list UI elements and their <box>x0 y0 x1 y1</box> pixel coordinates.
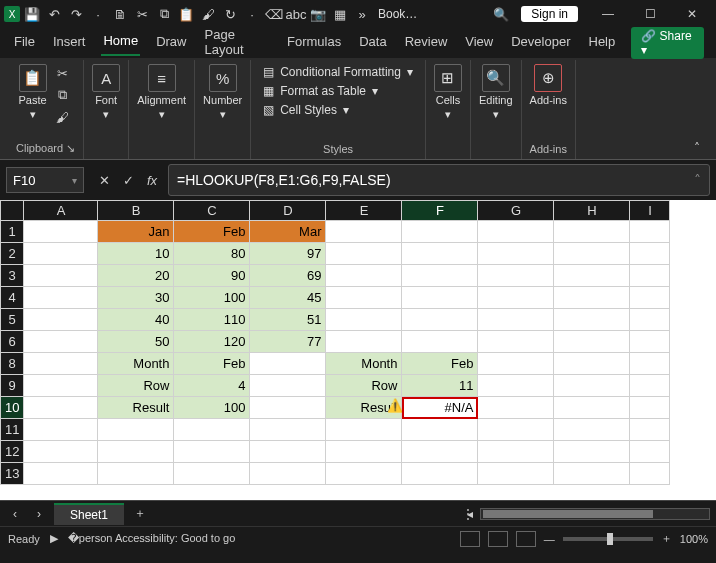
cell[interactable]: 110 <box>174 309 250 331</box>
new-file-icon[interactable]: 🗎 <box>110 4 130 24</box>
cell[interactable] <box>174 419 250 441</box>
cell[interactable]: 80 <box>174 243 250 265</box>
addins-button[interactable]: ⊕ Add-ins <box>530 64 567 106</box>
cell[interactable] <box>478 287 554 309</box>
cell[interactable] <box>250 397 326 419</box>
cell[interactable] <box>630 243 670 265</box>
copy-mini-icon[interactable]: ⧉ <box>53 86 73 104</box>
cell[interactable] <box>630 287 670 309</box>
zoom-slider-knob[interactable] <box>607 533 613 545</box>
save-icon[interactable]: 💾 <box>22 4 42 24</box>
cell[interactable] <box>98 419 174 441</box>
next-sheet-icon[interactable]: › <box>30 507 48 521</box>
cell[interactable] <box>554 265 630 287</box>
zoom-level[interactable]: 100% <box>680 533 708 545</box>
copy-icon[interactable]: ⧉ <box>154 4 174 24</box>
col-header-b[interactable]: B <box>98 201 174 221</box>
cell[interactable]: Row <box>98 375 174 397</box>
cell[interactable] <box>478 353 554 375</box>
col-header-e[interactable]: E <box>326 201 402 221</box>
cell[interactable] <box>24 463 98 485</box>
cell[interactable] <box>478 419 554 441</box>
cell[interactable] <box>402 441 478 463</box>
cell[interactable] <box>250 375 326 397</box>
sign-in-button[interactable]: Sign in <box>521 6 578 22</box>
cell[interactable] <box>554 375 630 397</box>
cell[interactable] <box>402 463 478 485</box>
menu-review[interactable]: Review <box>403 31 450 55</box>
row-header-8[interactable]: 8 <box>1 353 24 375</box>
cell[interactable] <box>24 375 98 397</box>
cell[interactable] <box>554 397 630 419</box>
page-break-view-icon[interactable] <box>516 531 536 547</box>
row-header-6[interactable]: 6 <box>1 331 24 353</box>
cell[interactable] <box>326 309 402 331</box>
cell[interactable]: 77 <box>250 331 326 353</box>
cell[interactable] <box>402 287 478 309</box>
cell[interactable] <box>630 441 670 463</box>
cell[interactable]: 20 <box>98 265 174 287</box>
format-painter-icon[interactable]: 🖌 <box>198 4 218 24</box>
cell[interactable] <box>630 265 670 287</box>
col-header-a[interactable]: A <box>24 201 98 221</box>
table-icon[interactable]: ▦ <box>330 4 350 24</box>
menu-draw[interactable]: Draw <box>154 31 188 55</box>
cell[interactable] <box>326 287 402 309</box>
accessibility-status[interactable]: �person Accessibility: Good to go <box>68 532 236 545</box>
alignment-button[interactable]: ≡ Alignment ▾ <box>137 64 186 121</box>
cell[interactable]: 50 <box>98 331 174 353</box>
cell[interactable]: 45 <box>250 287 326 309</box>
clear-format-icon[interactable]: ⌫ <box>264 4 284 24</box>
cell[interactable]: 120 <box>174 331 250 353</box>
cell[interactable]: Feb <box>402 353 478 375</box>
cell[interactable] <box>24 309 98 331</box>
cell[interactable] <box>250 419 326 441</box>
prev-sheet-icon[interactable]: ‹ <box>6 507 24 521</box>
row-header-3[interactable]: 3 <box>1 265 24 287</box>
row-header-5[interactable]: 5 <box>1 309 24 331</box>
cell[interactable]: 30 <box>98 287 174 309</box>
cell[interactable] <box>554 221 630 243</box>
cell[interactable]: Jan <box>98 221 174 243</box>
dialog-launcher-icon[interactable]: ↘ <box>66 142 75 154</box>
cell[interactable] <box>554 331 630 353</box>
collapse-ribbon-icon[interactable]: ˄ <box>686 137 708 159</box>
search-icon[interactable]: 🔍 <box>491 4 511 24</box>
col-header-h[interactable]: H <box>554 201 630 221</box>
cut-icon[interactable]: ✂ <box>132 4 152 24</box>
number-button[interactable]: % Number ▾ <box>203 64 242 121</box>
zoom-in-icon[interactable]: ＋ <box>661 531 672 546</box>
row-header-10[interactable]: 10 <box>1 397 24 419</box>
cell[interactable]: 97 <box>250 243 326 265</box>
cell[interactable] <box>24 221 98 243</box>
cell[interactable] <box>326 331 402 353</box>
macro-icon[interactable]: ▶ <box>50 532 58 545</box>
cancel-formula-icon[interactable]: ✕ <box>94 170 114 190</box>
cell[interactable] <box>630 419 670 441</box>
menu-insert[interactable]: Insert <box>51 31 88 55</box>
cell[interactable] <box>554 287 630 309</box>
cell[interactable]: 100 <box>174 287 250 309</box>
qat-more-icon[interactable]: » <box>352 4 372 24</box>
col-header-d[interactable]: D <box>250 201 326 221</box>
cell[interactable] <box>326 243 402 265</box>
menu-view[interactable]: View <box>463 31 495 55</box>
share-button[interactable]: 🔗 Share ▾ <box>631 27 704 59</box>
editing-button[interactable]: 🔍 Editing ▾ <box>479 64 513 121</box>
undo-icon[interactable]: ↶ <box>44 4 64 24</box>
cell[interactable] <box>478 265 554 287</box>
scroll-left-icon[interactable]: ◂ <box>467 507 473 521</box>
cell[interactable] <box>478 221 554 243</box>
menu-data[interactable]: Data <box>357 31 388 55</box>
scrollbar-thumb[interactable] <box>483 510 653 518</box>
cell[interactable] <box>402 221 478 243</box>
cell[interactable] <box>24 397 98 419</box>
cell[interactable]: Feb <box>174 221 250 243</box>
row-header-1[interactable]: 1 <box>1 221 24 243</box>
cell[interactable] <box>402 419 478 441</box>
cell-styles-button[interactable]: ▧ Cell Styles ▾ <box>259 102 417 118</box>
cell[interactable]: Month <box>98 353 174 375</box>
spreadsheet-grid[interactable]: A B C D E F G H I 1JanFebMar 2108097 320… <box>0 200 716 500</box>
menu-page-layout[interactable]: Page Layout <box>203 24 272 63</box>
cell[interactable] <box>478 243 554 265</box>
